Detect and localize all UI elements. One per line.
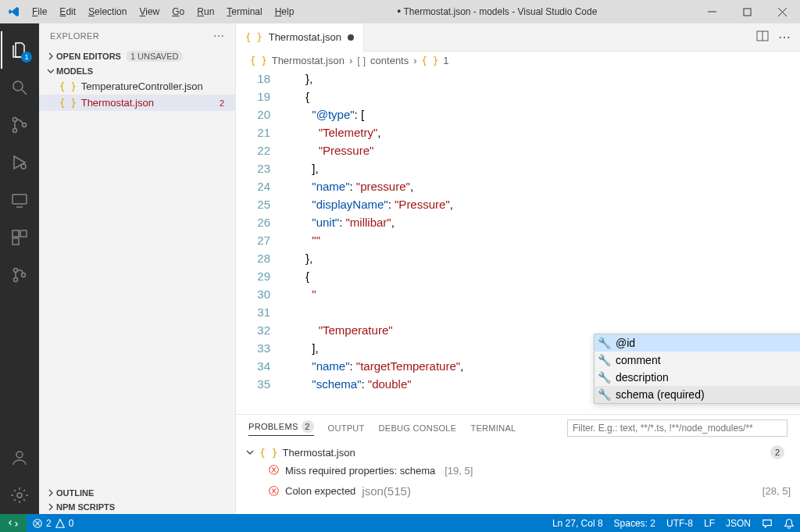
editor-tabs: { } Thermostat.json ⋯ <box>236 23 800 52</box>
code-line[interactable]: 29 { <box>236 267 800 285</box>
activity-scm2[interactable] <box>1 256 38 294</box>
section-root[interactable]: MODELS <box>39 64 235 78</box>
bottom-panel: PROBLEMS2 OUTPUT DEBUG CONSOLE TERMINAL … <box>236 414 800 514</box>
sidebar-header: EXPLORER ⋯ <box>39 23 235 48</box>
explorer-badge: 1 <box>21 52 32 62</box>
svg-rect-7 <box>12 230 19 237</box>
sidebar: EXPLORER ⋯ OPEN EDITORS 1 UNSAVED MODELS… <box>39 23 236 514</box>
remote-indicator[interactable] <box>0 514 27 532</box>
svg-point-13 <box>16 452 23 458</box>
menu-view[interactable]: View <box>134 3 165 20</box>
status-errors[interactable]: 2 0 <box>27 514 79 532</box>
activity-remote[interactable] <box>1 181 38 219</box>
activity-run[interactable] <box>1 144 38 181</box>
code-line[interactable]: 27 "" <box>236 231 800 249</box>
vscode-icon <box>8 5 20 18</box>
svg-point-14 <box>17 493 22 498</box>
status-encoding[interactable]: UTF-8 <box>661 514 698 532</box>
code-line[interactable]: 23 ], <box>236 159 800 177</box>
svg-point-4 <box>23 123 27 127</box>
status-language[interactable]: JSON <box>720 514 756 532</box>
status-spaces[interactable]: Spaces: 2 <box>609 514 661 532</box>
tab-thermostat[interactable]: { } Thermostat.json <box>236 23 364 52</box>
svg-point-3 <box>13 129 17 133</box>
intellisense-popup: 🔧@id🔧comment🔧description🔧schema (require… <box>594 334 800 404</box>
file-item[interactable]: { } Thermostat.json 2 <box>39 95 235 111</box>
suggest-item[interactable]: 🔧description <box>595 369 800 386</box>
menu-run[interactable]: Run <box>191 3 220 20</box>
titlebar: FileEditSelectionViewGoRunTerminalHelp ●… <box>0 0 800 23</box>
suggest-item[interactable]: 🔧schema (required) <box>595 386 800 403</box>
error-count: 2 <box>220 98 229 108</box>
code-line[interactable]: 28 }, <box>236 249 800 267</box>
svg-rect-8 <box>20 230 27 237</box>
activity-bar: 1 <box>0 23 39 514</box>
menu-help[interactable]: Help <box>270 3 300 20</box>
code-line[interactable]: 30 " <box>236 285 800 303</box>
code-line[interactable]: 22 "Pressure" <box>236 141 800 159</box>
panel-tab-output[interactable]: OUTPUT <box>328 423 365 433</box>
activity-explorer[interactable]: 1 <box>1 31 38 69</box>
code-line[interactable]: 19 { <box>236 87 800 105</box>
panel-tab-debug[interactable]: DEBUG CONSOLE <box>379 423 457 433</box>
svg-rect-6 <box>12 195 27 204</box>
status-lncol[interactable]: Ln 27, Col 8 <box>547 514 609 532</box>
window-minimize[interactable] <box>695 0 730 23</box>
wrench-icon: 🔧 <box>598 352 611 370</box>
feedback-icon[interactable] <box>756 514 778 532</box>
code-line[interactable]: 25 "displayName": "Pressure", <box>236 195 800 213</box>
json-icon: { } <box>250 55 267 66</box>
code-line[interactable]: 21 "Telemetry", <box>236 123 800 141</box>
activity-extensions[interactable] <box>1 219 38 256</box>
file-item[interactable]: { } TemperatureController.json <box>39 78 235 95</box>
breadcrumb[interactable]: { } Thermostat.json › [ ] contents › { }… <box>236 52 800 70</box>
svg-point-12 <box>22 273 26 277</box>
svg-rect-0 <box>744 9 751 16</box>
wrench-icon: 🔧 <box>598 334 611 352</box>
problem-item[interactable]: ⓧMiss required properties: schema[19, 5] <box>245 461 791 480</box>
problems-filter-input[interactable] <box>567 420 788 437</box>
section-outline[interactable]: OUTLINE <box>39 486 235 500</box>
suggest-item[interactable]: 🔧comment <box>595 352 800 369</box>
activity-scm[interactable] <box>1 106 38 144</box>
activity-account[interactable] <box>1 439 38 477</box>
window-close[interactable] <box>765 0 800 23</box>
sidebar-more-icon[interactable]: ⋯ <box>213 30 224 42</box>
status-bar: 2 0 Ln 27, Col 8 Spaces: 2 UTF-8 LF JSON <box>0 514 800 532</box>
menu-go[interactable]: Go <box>166 3 190 20</box>
section-open-editors[interactable]: OPEN EDITORS 1 UNSAVED <box>39 48 235 64</box>
menu-selection[interactable]: Selection <box>83 3 132 20</box>
problem-item[interactable]: ⓧColon expectedjson(515)[28, 5] <box>245 480 791 502</box>
editor-area: { } Thermostat.json ⋯ { } Thermostat.jso… <box>236 23 800 514</box>
activity-settings[interactable] <box>1 477 38 514</box>
code-editor[interactable]: 18 },19 {20 "@type": [21 "Telemetry",22 … <box>236 70 800 414</box>
menu-file[interactable]: File <box>27 3 52 20</box>
svg-point-2 <box>13 118 17 122</box>
suggest-item[interactable]: 🔧@id <box>595 334 800 352</box>
json-icon: { } <box>259 447 277 459</box>
code-line[interactable]: 26 "unit": "millibar", <box>236 213 800 231</box>
section-npm[interactable]: NPM SCRIPTS <box>39 500 235 514</box>
problem-file-header[interactable]: { } Thermostat.json 2 <box>245 444 791 461</box>
tab-more-icon[interactable]: ⋯ <box>778 30 791 45</box>
json-icon: { } <box>59 81 77 92</box>
code-line[interactable]: 20 "@type": [ <box>236 105 800 123</box>
code-line[interactable]: 31 <box>236 303 800 321</box>
svg-point-10 <box>14 269 18 273</box>
dirty-dot-icon <box>348 34 354 41</box>
window-maximize[interactable] <box>730 0 765 23</box>
code-line[interactable]: 24 "name": "pressure", <box>236 177 800 195</box>
notifications-icon[interactable] <box>778 514 800 532</box>
menu-edit[interactable]: Edit <box>54 3 81 20</box>
json-icon: { } <box>245 32 262 43</box>
status-eol[interactable]: LF <box>698 514 720 532</box>
code-line[interactable]: 18 }, <box>236 70 800 87</box>
svg-point-11 <box>14 278 18 282</box>
panel-tab-terminal[interactable]: TERMINAL <box>470 423 516 433</box>
problem-count-badge: 2 <box>770 445 784 459</box>
panel-tab-problems[interactable]: PROBLEMS2 <box>248 420 314 436</box>
activity-search[interactable] <box>1 69 38 106</box>
svg-point-5 <box>21 164 26 169</box>
menu-terminal[interactable]: Terminal <box>221 3 267 20</box>
split-editor-icon[interactable] <box>756 30 769 45</box>
